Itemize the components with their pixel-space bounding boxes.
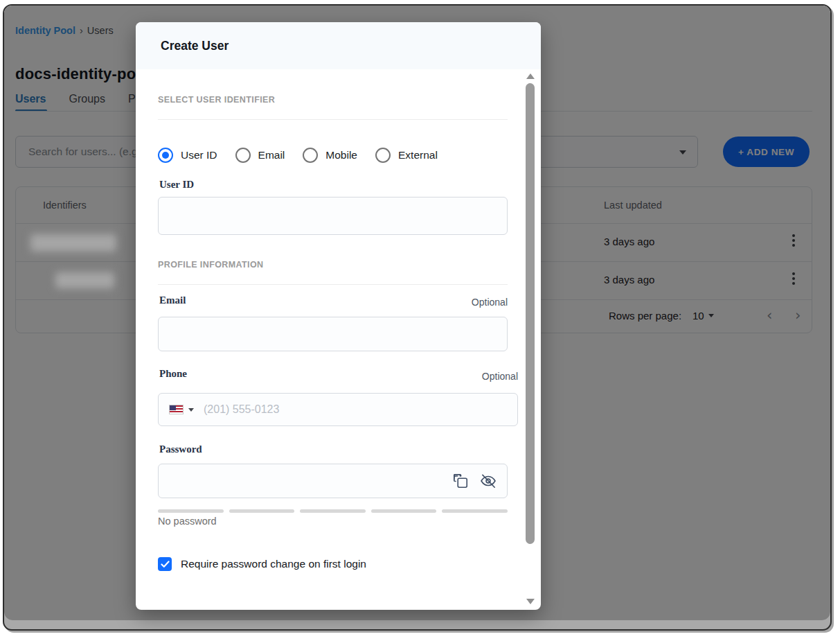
radio-user-id[interactable]: User ID [158,148,217,163]
radio-unselected-icon [303,148,318,163]
eye-off-icon[interactable] [479,472,497,490]
modal-title: Create User [161,39,229,53]
scrollbar-thumb[interactable] [526,83,535,544]
screenshot-canvas: Identity Pool › Users docs-identity-pool… [0,0,840,641]
section-select-user-identifier: SELECT USER IDENTIFIER [158,95,275,105]
email-optional-badge: Optional [158,297,508,308]
phone-optional-badge: Optional [158,371,518,382]
radio-mobile[interactable]: Mobile [303,148,357,163]
radio-label: Email [258,149,285,161]
flag-caret-down-icon [188,408,194,412]
redacted-identifier [30,234,116,252]
browser-window: Identity Pool › Users docs-identity-pool… [3,4,832,631]
redacted-identifier [55,272,114,288]
identifier-radio-group: User ID Email Mobile External [158,148,438,163]
radio-label: User ID [181,149,217,161]
password-strength-meter [158,509,508,513]
section-divider [158,119,508,120]
scroll-down-icon[interactable] [526,599,535,604]
password-label: Password [159,444,202,455]
radio-selected-icon [158,148,173,163]
us-flag-icon [169,405,184,414]
user-id-input[interactable] [158,197,508,235]
copy-password-icon[interactable] [452,472,470,490]
email-input[interactable] [158,317,508,351]
scroll-up-icon[interactable] [526,73,535,79]
radio-label: External [398,149,438,161]
radio-email[interactable]: Email [235,148,285,163]
section-profile-information: PROFILE INFORMATION [158,260,264,270]
modal-scrollbar[interactable] [523,69,538,610]
require-password-change-checkbox[interactable] [158,557,172,571]
radio-label: Mobile [325,149,357,161]
phone-input[interactable]: (201) 555-0123 [158,393,518,426]
require-password-change-label: Require password change on first login [181,558,366,570]
radio-unselected-icon [375,148,391,163]
country-code-selector[interactable] [169,405,194,414]
section-divider [158,284,508,285]
require-password-change-row: Require password change on first login [158,557,366,571]
radio-external[interactable]: External [375,148,438,163]
password-strength-label: No password [158,516,217,527]
user-id-label: User ID [159,179,194,191]
check-icon [161,561,170,568]
create-user-modal: Create User SELECT USER IDENTIFIER User … [136,22,541,610]
phone-placeholder: (201) 555-0123 [204,403,279,416]
modal-header: Create User [136,22,541,69]
password-input[interactable] [158,464,508,498]
radio-unselected-icon [235,148,251,163]
